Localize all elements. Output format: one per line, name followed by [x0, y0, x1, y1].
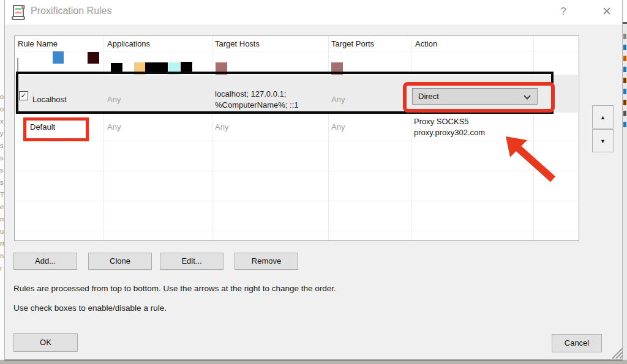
title-bar[interactable]: Proxification Rules ? ✕ — [5, 0, 622, 24]
add-button[interactable]: Add... — [13, 253, 77, 270]
cell-applications: Any — [107, 122, 121, 132]
edit-button[interactable]: Edit... — [160, 253, 223, 270]
cell-target-ports: Any — [331, 122, 345, 132]
cancel-button[interactable]: Cancel — [552, 334, 602, 352]
redaction-block — [88, 52, 99, 64]
cell-action: proxy.proxy302.com — [414, 128, 485, 137]
proxification-rules-dialog: Proxification Rules ? ✕ Rule Name Applic… — [4, 0, 623, 360]
down-arrow-icon: ▼ — [600, 138, 606, 144]
redaction-mark — [17, 58, 18, 72]
column-header-action[interactable]: Action — [415, 39, 437, 48]
row-divider — [15, 141, 578, 141]
row-divider — [15, 201, 578, 201]
move-rule-down-button[interactable]: ▼ — [592, 129, 614, 152]
column-divider — [328, 36, 329, 240]
up-arrow-icon: ▲ — [600, 114, 606, 121]
resize-grip[interactable] — [607, 343, 623, 359]
annotation-red-arrow — [500, 130, 561, 188]
move-rule-up-button[interactable]: ▲ — [592, 105, 614, 128]
background-bottom-strip — [0, 360, 627, 364]
row-divider — [15, 171, 578, 171]
ok-button[interactable]: OK — [13, 333, 78, 352]
column-divider — [212, 36, 212, 240]
clone-button[interactable]: Clone — [88, 253, 152, 270]
cell-action: Proxy SOCKS5 — [414, 117, 469, 126]
row-divider — [15, 231, 578, 231]
rules-table[interactable] — [14, 35, 579, 241]
help-button[interactable]: ? — [553, 2, 574, 21]
background-window-right-sliver — [623, 0, 627, 360]
window-title: Proxification Rules — [31, 6, 112, 17]
column-divider — [103, 36, 103, 240]
row-divider — [15, 51, 578, 51]
column-header-target-hosts[interactable]: Target Hosts — [215, 39, 260, 48]
column-header-target-ports[interactable]: Target Ports — [331, 39, 374, 48]
column-header-applications[interactable]: Applications — [107, 39, 150, 48]
remove-button[interactable]: Remove — [235, 253, 298, 270]
redaction-block — [53, 51, 64, 64]
column-header-rule-name[interactable]: Rule Name — [18, 39, 58, 48]
close-icon[interactable]: ✕ — [596, 2, 617, 21]
column-divider — [411, 36, 411, 240]
note-rule-order: Rules are processed from top to bottom. … — [13, 284, 336, 293]
annotation-red-rectangle-dropdown — [403, 82, 555, 113]
note-checkboxes: Use check boxes to enable/disable a rule… — [13, 303, 167, 313]
rules-scroll-icon — [12, 4, 26, 21]
cell-target-hosts: Any — [215, 122, 228, 132]
annotation-red-rectangle-default — [23, 117, 89, 141]
